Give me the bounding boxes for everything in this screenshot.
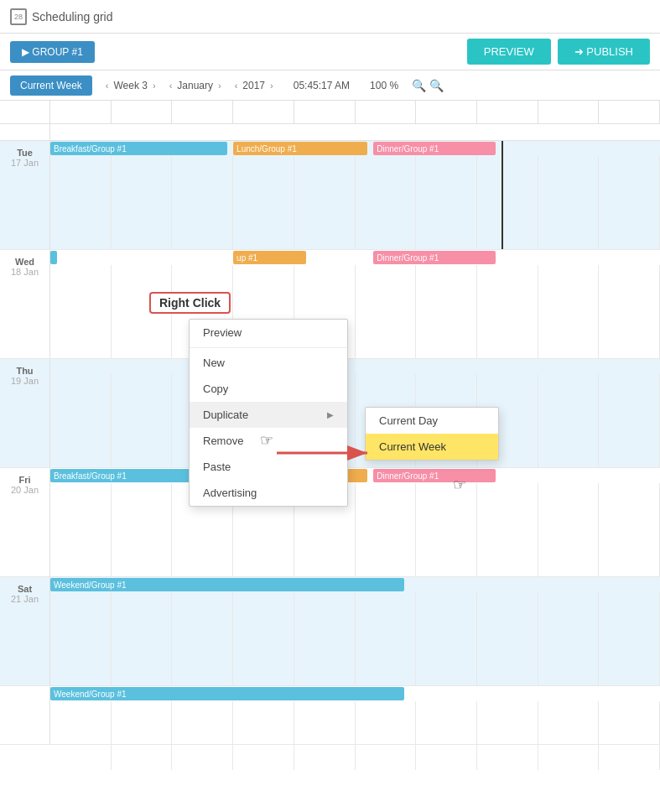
- cursor-on-current-week: ☞: [453, 476, 466, 494]
- year-prev-arrow[interactable]: ‹: [235, 81, 238, 91]
- group-button[interactable]: ▶ GROUP #1: [10, 41, 95, 63]
- current-time-line: [501, 141, 503, 249]
- day-label-fri: Fri 20 Jan: [0, 468, 50, 576]
- fri-content[interactable]: Breakfast/Group #1 Lunch/Group #1 Dinner…: [50, 468, 660, 576]
- preview-button[interactable]: PREVIEW: [467, 39, 551, 65]
- submenu-item-current-day[interactable]: Current Day: [366, 408, 498, 434]
- weekend-bar-sun[interactable]: Weekend/Group #1: [50, 687, 404, 700]
- col-header-7: [416, 101, 477, 123]
- thu-meal-bar-empty: [50, 359, 660, 374]
- week-prev-arrow[interactable]: ‹: [106, 81, 109, 91]
- sun-content[interactable]: Weekend/Group #1: [50, 686, 660, 770]
- month-label: January: [177, 80, 213, 91]
- col-header-8: [477, 101, 538, 123]
- day-name-thu: Thu: [16, 366, 33, 376]
- zoom-in-icon[interactable]: 🔍: [412, 79, 426, 92]
- wed-time-grid: [50, 265, 660, 358]
- table-row: Weekend/Group #1: [0, 686, 660, 745]
- cursor-on-duplicate: ☞: [260, 431, 273, 450]
- top-bar: 28 Scheduling grid: [0, 0, 660, 34]
- calendar-icon: 28: [10, 8, 27, 25]
- col-header-4: [233, 101, 294, 123]
- sat-meal-bar-row: Weekend/Group #1: [50, 577, 660, 592]
- col-header-2: [112, 101, 173, 123]
- tue-meal-bar-row: Breakfast/Group #1 Lunch/Group #1 Dinner…: [50, 141, 660, 156]
- sat-content[interactable]: Weekend/Group #1: [50, 577, 660, 685]
- weekend-bar-sat[interactable]: Weekend/Group #1: [50, 578, 404, 591]
- time-columns-header: [50, 101, 660, 123]
- fri-time-grid: [50, 483, 660, 576]
- fri-meal-bar-row: Breakfast/Group #1 Lunch/Group #1 Dinner…: [50, 468, 660, 483]
- day-label-thu: Thu 19 Jan: [0, 359, 50, 467]
- col-header-10: [599, 101, 660, 123]
- page-title: Scheduling grid: [32, 10, 113, 23]
- day-date-sat: 21 Jan: [11, 594, 39, 604]
- label-col-header: [0, 101, 50, 123]
- day-label-wed: Wed 18 Jan: [0, 250, 50, 358]
- lunch-bar-wed[interactable]: up #1: [233, 251, 306, 264]
- context-menu-item-duplicate[interactable]: Duplicate ▶: [190, 402, 347, 428]
- year-next-arrow[interactable]: ›: [270, 81, 273, 91]
- year-nav: ‹ 2017 ›: [235, 80, 273, 91]
- app-title: 28 Scheduling grid: [10, 8, 113, 25]
- day-date-thu: 19 Jan: [11, 376, 39, 386]
- context-menu-item-preview[interactable]: Preview: [190, 320, 347, 346]
- day-label-sun: [0, 686, 50, 744]
- publish-button[interactable]: ➜ PUBLISH: [558, 39, 650, 65]
- day-date-tue: 17 Jan: [11, 158, 39, 168]
- sun-meal-bar-row: Weekend/Group #1: [50, 686, 660, 701]
- right-click-label: Right Click: [149, 292, 231, 314]
- scheduling-grid: Tue 17 Jan Breakfast/Group #1 Lunch/Grou…: [0, 101, 660, 812]
- submenu-item-current-week[interactable]: Current Week: [366, 434, 498, 460]
- dinner-bar-wed[interactable]: Dinner/Group #1: [373, 251, 495, 264]
- current-week-button[interactable]: Current Week: [10, 75, 92, 96]
- sun-time-grid: [50, 701, 660, 770]
- day-date-wed: 18 Jan: [11, 267, 39, 277]
- zoom-out-icon[interactable]: 🔍: [429, 79, 444, 92]
- menu-separator: [190, 347, 347, 348]
- lunch-bar-tue[interactable]: Lunch/Group #1: [233, 142, 367, 155]
- day-name-sat: Sat: [18, 584, 32, 594]
- zoom-controls: 🔍 🔍: [412, 79, 444, 92]
- day-name-tue: Tue: [17, 148, 33, 158]
- context-menu-item-advertising[interactable]: Advertising: [190, 480, 347, 506]
- context-menu: Preview New Copy Duplicate ▶ Remove Past…: [189, 319, 348, 507]
- time-display: 05:45:17 AM: [294, 80, 350, 91]
- col-header-1: [50, 101, 112, 123]
- day-date-fri: 20 Jan: [11, 485, 39, 495]
- duplicate-submenu: Current Day Current Week: [365, 407, 499, 461]
- col-header-3: [172, 101, 233, 123]
- week-nav: ‹ Week 3 ›: [106, 80, 156, 91]
- day-label-tue: Tue 17 Jan: [0, 141, 50, 249]
- day-label-sat: Sat 21 Jan: [0, 577, 50, 685]
- sub-header: [0, 124, 660, 141]
- sat-time-grid: [50, 592, 660, 685]
- month-nav: ‹ January ›: [169, 80, 221, 91]
- context-menu-item-new[interactable]: New: [190, 350, 347, 376]
- dinner-bar-fri[interactable]: Dinner/Group #1: [373, 469, 495, 482]
- tue-content[interactable]: Breakfast/Group #1 Lunch/Group #1 Dinner…: [50, 141, 660, 249]
- action-buttons: PREVIEW ➜ PUBLISH: [467, 39, 650, 65]
- submenu-arrow-icon: ▶: [327, 410, 334, 419]
- context-menu-item-copy[interactable]: Copy: [190, 376, 347, 402]
- week-next-arrow[interactable]: ›: [153, 81, 156, 91]
- dinner-bar-tue[interactable]: Dinner/Group #1: [373, 142, 495, 155]
- table-row: Sat 21 Jan Weekend/Group #1: [0, 577, 660, 686]
- grid-header: [0, 101, 660, 124]
- month-next-arrow[interactable]: ›: [218, 81, 221, 91]
- breakfast-bar-tue[interactable]: Breakfast/Group #1: [50, 142, 227, 155]
- year-label: 2017: [242, 80, 265, 91]
- week-label: Week 3: [113, 80, 147, 91]
- zoom-level: 100 %: [370, 80, 398, 91]
- col-header-6: [356, 101, 417, 123]
- col-header-9: [538, 101, 600, 123]
- nav-bar: Current Week ‹ Week 3 › ‹ January › ‹ 20…: [0, 70, 660, 101]
- wed-meal-bar-row: up #1 Dinner/Group #1: [50, 250, 660, 265]
- breakfast-bar-wed-empty: [50, 251, 57, 264]
- month-prev-arrow[interactable]: ‹: [169, 81, 173, 91]
- wed-content[interactable]: up #1 Dinner/Group #1: [50, 250, 660, 358]
- arrow-indicator: [277, 440, 377, 468]
- table-row: Tue 17 Jan Breakfast/Group #1 Lunch/Grou…: [0, 141, 660, 250]
- toolbar: ▶ GROUP #1 PREVIEW ➜ PUBLISH: [0, 34, 660, 70]
- day-name-fri: Fri: [18, 475, 30, 485]
